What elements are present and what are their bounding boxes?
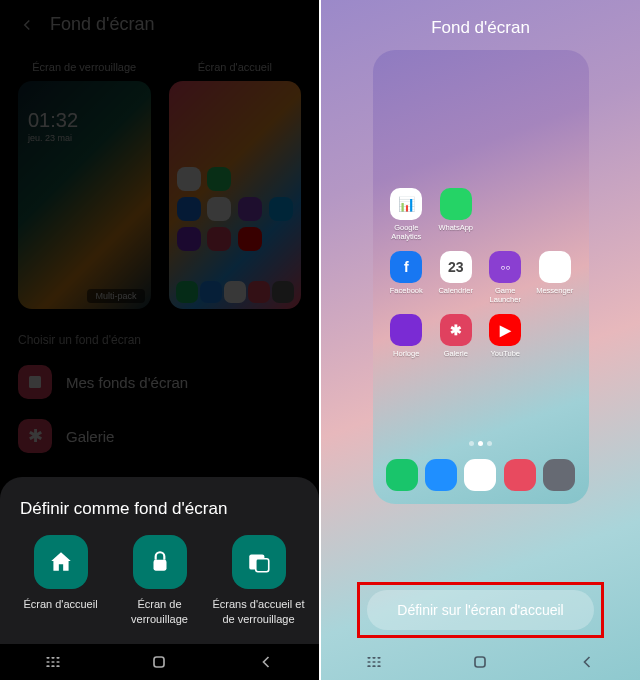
app-whatsapp[interactable]: WhatsApp [434,188,478,241]
option-both-screens[interactable]: Écrans d'accueil et de verrouillage [212,535,305,626]
app-icon: 📊 [390,188,422,220]
android-navbar-right [321,644,640,680]
android-navbar-left [0,644,319,680]
app-label: Google Analytics [385,223,429,241]
lock-icon [133,535,187,589]
app-game-launcher[interactable]: ◦◦Game Launcher [484,251,528,304]
wallpaper-preview-panel: Fond d'écran 📊Google AnalyticsWhatsAppfF… [321,0,640,680]
app-label: WhatsApp [434,223,478,232]
svg-rect-4 [154,657,164,667]
svg-rect-1 [153,560,166,571]
home-screen-preview: 📊Google AnalyticsWhatsAppfFacebook23Cale… [373,50,589,504]
app-label: Galerie [434,349,478,358]
app-icon: ✱ [440,314,472,346]
home-nav-icon[interactable] [149,652,169,672]
app-icon: 23 [440,251,472,283]
svg-rect-3 [255,559,268,572]
apply-home-button[interactable]: Définir sur l'écran d'accueil [367,590,594,630]
app-youtube[interactable]: ▶YouTube [484,314,528,358]
app-icon [440,188,472,220]
dock-camera-icon[interactable] [504,459,536,491]
apply-label: Définir sur l'écran d'accueil [397,602,563,618]
both-icon [232,535,286,589]
dock-apps-icon[interactable] [543,459,575,491]
dock-messages-icon[interactable] [425,459,457,491]
option-home-screen[interactable]: Écran d'accueil [14,535,107,626]
app-label: Facebook [385,286,429,295]
page-indicator [373,441,589,446]
recents-icon[interactable] [43,652,63,672]
app-horloge[interactable]: Horloge [385,314,429,358]
preview-title: Fond d'écran [321,0,640,50]
option-both-label: Écrans d'accueil et de verrouillage [212,597,305,626]
app-label: Calendrier [434,286,478,295]
set-wallpaper-sheet: Définir comme fond d'écran Écran d'accue… [0,477,319,644]
recents-icon[interactable] [364,652,384,672]
dock-phone-icon[interactable] [386,459,418,491]
app-label: Horloge [385,349,429,358]
app-label: YouTube [484,349,528,358]
option-lock-label: Écran de verrouillage [113,597,206,626]
app-icon [539,251,571,283]
app-galerie[interactable]: ✱Galerie [434,314,478,358]
wallpaper-settings-panel: Fond d'écran Écran de verrouillage 01:32… [0,0,319,680]
app-messenger[interactable]: Messenger [533,251,577,304]
app-calendrier[interactable]: 23Calendrier [434,251,478,304]
sheet-title: Définir comme fond d'écran [20,499,299,519]
app-icon: f [390,251,422,283]
app-icon: ◦◦ [489,251,521,283]
back-nav-icon[interactable] [256,652,276,672]
home-icon [34,535,88,589]
svg-rect-5 [475,657,485,667]
preview-dock [383,459,579,494]
app-icon [390,314,422,346]
app-label: Game Launcher [484,286,528,304]
back-nav-icon[interactable] [577,652,597,672]
option-home-label: Écran d'accueil [14,597,107,611]
app-google-analytics[interactable]: 📊Google Analytics [385,188,429,241]
home-nav-icon[interactable] [470,652,490,672]
app-facebook[interactable]: fFacebook [385,251,429,304]
dock-browser-icon[interactable] [464,459,496,491]
app-label: Messenger [533,286,577,295]
app-icon: ▶ [489,314,521,346]
option-lock-screen[interactable]: Écran de verrouillage [113,535,206,626]
